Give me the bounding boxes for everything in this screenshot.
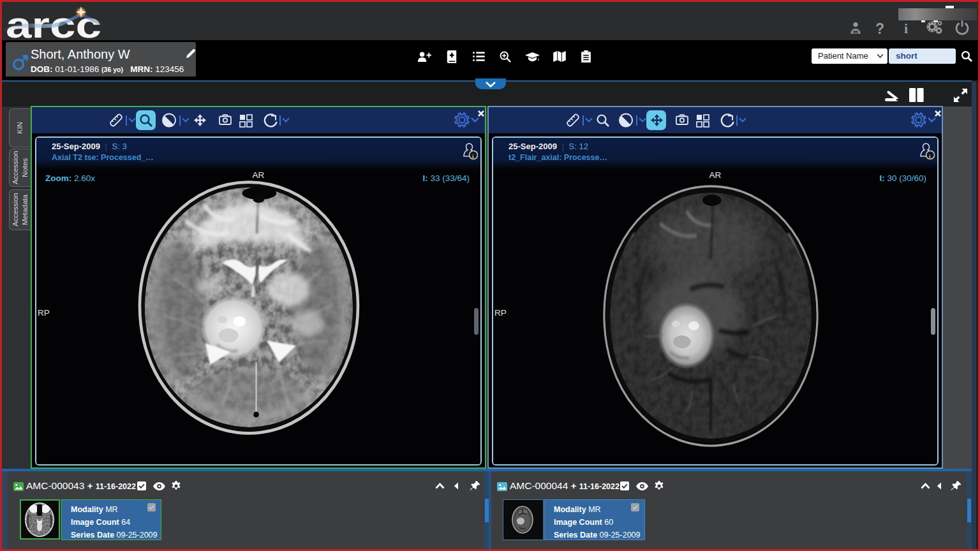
svg-text:arcc: arcc [6,4,101,41]
